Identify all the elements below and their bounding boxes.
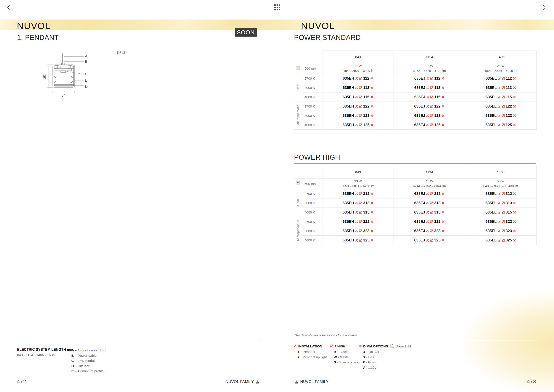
product-code: 635EH112 <box>322 76 394 81</box>
installation-icon <box>498 211 501 214</box>
product-cell: 635EH113 <box>322 83 394 92</box>
installation-icon <box>426 239 429 242</box>
legend-installation-title: INSTALLATION <box>298 344 322 348</box>
part-desc: Aircraft cable (3 m) <box>77 348 106 352</box>
finish-icon <box>502 105 505 108</box>
dimm-icon <box>513 77 516 80</box>
color-temp-label: 4000 K <box>302 92 322 102</box>
dimm-icon <box>441 77 444 80</box>
installation-icon <box>426 230 429 232</box>
legend-item-key: 1 <box>298 350 299 354</box>
downlight-cell <box>294 63 302 74</box>
product-cell: 635EH123 <box>322 111 394 120</box>
product-row: 4000 K635EH125635EJ125635EL125 <box>294 120 536 130</box>
product-cell: 635EL113 <box>465 83 536 92</box>
product-code: 635EL312 <box>465 192 536 196</box>
installation-icon <box>355 202 358 204</box>
watt-value: 56 W <box>465 179 536 184</box>
product-code-text: 635EL <box>485 192 497 196</box>
installation-icon <box>498 202 501 204</box>
product-code: 635EH322 <box>322 219 394 224</box>
part-key: E – <box>71 369 76 373</box>
finish-icon <box>502 96 505 98</box>
color-temp-label: 4000 K <box>302 120 322 130</box>
product-code: 635EH325 <box>322 238 394 243</box>
product-code: 635EJ112 <box>394 76 465 81</box>
finish-icon <box>502 220 505 223</box>
product-code: 635EJ313 <box>394 201 465 205</box>
product-code-text: 635EJ <box>414 76 425 81</box>
product-code: 635EH313 <box>322 201 394 205</box>
installation-icon <box>355 124 358 126</box>
column-header: 1124 <box>394 51 465 63</box>
product-cell: 635EJ122 <box>394 102 465 111</box>
product-cell: 635EL323 <box>465 226 536 236</box>
left-footer-rule <box>17 340 260 340</box>
product-cell: 635EL122 <box>465 102 536 111</box>
watt-value: 45 W <box>394 179 465 184</box>
product-code-number: 315 <box>506 210 512 215</box>
installation-icon <box>355 96 358 98</box>
electric-system-lengths: 843 · 1124 · 1405 · 1686 <box>17 353 55 357</box>
product-code: 635EJ122 <box>394 104 465 109</box>
product-cell: 635EL123 <box>465 111 536 120</box>
finish-icon <box>502 124 505 126</box>
legend-item: W·White <box>330 355 358 360</box>
legend-item-desc: Black <box>339 350 348 354</box>
product-code-number: 125 <box>363 123 369 127</box>
ip-rating: IP40 <box>117 50 127 55</box>
lumen-range: 5058 – 5814 – 6258 lm <box>322 184 394 189</box>
product-code-text: 635EL <box>485 229 497 233</box>
grid-menu-button[interactable] <box>273 4 281 12</box>
product-code-number: 323 <box>506 229 512 233</box>
finish-icon <box>430 202 433 204</box>
product-code-number: 312 <box>363 192 369 196</box>
downlight-cell <box>294 178 302 189</box>
downlight-icon <box>390 344 394 348</box>
product-cell: 635EJ325 <box>394 236 465 245</box>
power-high-table: 84311241405500 mA33 W5058 – 5814 – 6258 … <box>294 166 536 245</box>
product-code-text: 635EH <box>343 229 354 233</box>
product-cell: 635EJ115 <box>394 92 465 102</box>
color-temp-label: 2700 K <box>302 217 322 226</box>
corner-glow <box>461 290 554 392</box>
product-row: 3000 K635EH113635EJ113635EL113 <box>294 83 536 92</box>
part-key: D – <box>71 364 77 368</box>
product-code-text: 635EL <box>485 210 497 215</box>
raw-values-note: The data shown corresponds to raw values… <box>294 333 358 337</box>
product-code: 635EJ125 <box>394 123 465 127</box>
finish-icon <box>430 105 433 108</box>
group-label-text: Opal <box>296 84 300 91</box>
legend-item-separator: · <box>337 350 338 354</box>
product-cell: 635EL315 <box>465 208 536 217</box>
product-code-text: 635EJ <box>414 104 425 109</box>
dimm-icon <box>371 239 374 242</box>
prev-page-button[interactable] <box>6 4 11 12</box>
product-code-text: 635EL <box>485 76 497 81</box>
product-code-number: 315 <box>363 210 369 215</box>
product-cell: 635EJ112 <box>394 74 465 83</box>
product-code: 635EJ113 <box>394 86 465 90</box>
finish-icon <box>430 220 433 223</box>
legend-installation: INSTALLATION 1·Pendant2·Pendant up light <box>294 344 327 360</box>
next-page-button[interactable] <box>542 4 547 12</box>
product-row: Opal2700 K635EH112635EJ112635EL112 <box>294 74 536 83</box>
finish-icon <box>359 77 362 80</box>
dimm-icon <box>371 114 374 117</box>
product-code-text: 635EL <box>485 104 497 109</box>
installation-icon <box>498 220 501 223</box>
spec-table: 84311241405500 mA17 W2454 – 2907 – 3129 … <box>294 50 536 130</box>
legend-item-key: P <box>363 360 365 364</box>
product-code-number: 312 <box>506 192 512 196</box>
product-cell: 635EJ125 <box>394 120 465 130</box>
product-code-number: 322 <box>506 219 512 224</box>
finish-icon <box>359 230 362 232</box>
product-cell: 635EL322 <box>465 217 536 226</box>
legend-item-key: O <box>363 350 365 354</box>
product-code: 635EJ315 <box>394 210 465 215</box>
dimm-icon <box>441 96 444 98</box>
part-list-item: E – Aluminium profile <box>71 369 106 374</box>
product-cell: 635EH323 <box>322 226 394 236</box>
soon-badge: SOON <box>235 28 257 37</box>
finish-icon <box>430 77 433 80</box>
